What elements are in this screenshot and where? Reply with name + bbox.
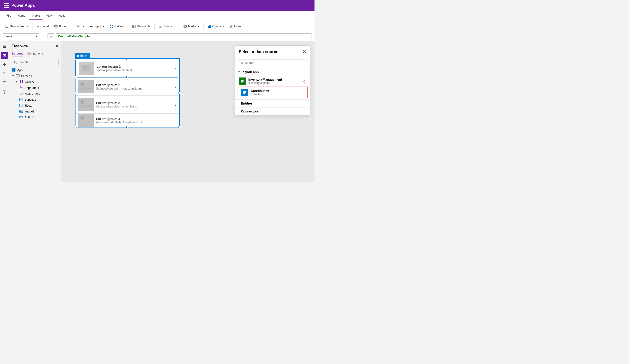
svg-rect-7 (112, 25, 113, 26)
main-content: Tree view ✕ Screens Components App (0, 41, 314, 182)
svg-point-58 (81, 82, 84, 86)
menu-file[interactable]: File (4, 12, 14, 19)
apps-icon[interactable] (4, 3, 9, 8)
svg-rect-59 (78, 98, 94, 111)
gallery-button[interactable]: Gallery ▾ (107, 23, 129, 29)
tree-item-title1[interactable]: Title1 (9, 102, 61, 108)
gallery-item-0[interactable]: Lorem ipsum 1 Lorem ipsum dolor sit amet… (75, 59, 179, 78)
svg-point-32 (14, 61, 16, 63)
tree-item-button1[interactable]: Button1 (9, 114, 61, 120)
menu-home[interactable]: Home (15, 12, 28, 19)
treeview-tabs: Screens Components (9, 50, 61, 57)
handle-mr[interactable] (178, 92, 180, 94)
tree-item-separator1[interactable]: Separator1 (9, 85, 61, 91)
gallery-button-label: Button (75, 53, 90, 58)
tree-item-gallery1[interactable]: ▼ Gallery1 ··· (9, 79, 61, 85)
svg-rect-67 (241, 81, 244, 82)
handle-bm[interactable] (127, 126, 128, 128)
inner-handle-bl[interactable] (75, 76, 77, 78)
tree-item-nextarrow1[interactable]: NextArrow1 (9, 91, 61, 96)
toolbar-sep-4 (179, 23, 179, 29)
sidebar-nav-layers[interactable] (1, 52, 8, 59)
sidebar-nav-settings[interactable] (1, 88, 8, 95)
menu-insert[interactable]: Insert (29, 12, 42, 19)
connectors-header[interactable]: › Connectors ··· (235, 107, 310, 115)
button-button[interactable]: Button (52, 23, 70, 29)
entities-header[interactable]: › Entities ··· (235, 99, 310, 107)
svg-rect-34 (12, 68, 14, 70)
svg-rect-6 (110, 25, 111, 26)
svg-point-31 (4, 91, 5, 92)
datasource-item-warehouses[interactable]: warehouses Collection (237, 87, 308, 98)
data-table-button[interactable]: Data table (130, 23, 153, 29)
input-button[interactable]: Input ▾ (88, 23, 106, 29)
handle-bl[interactable] (75, 126, 76, 128)
gallery-img-1 (78, 80, 94, 93)
inner-handle-br[interactable] (178, 76, 180, 78)
datasource-in-your-app: ▾ In your app InventoryManagement Invent… (235, 68, 310, 99)
sidebar-nav-hamburger[interactable] (1, 43, 8, 50)
gallery-item-3[interactable]: Lorem ipsum 4 Vestibulum dui felis, frin… (75, 113, 179, 127)
formula-fx-button[interactable]: fx (47, 33, 54, 39)
gallery-item-2[interactable]: Lorem ipsum 3 Ut pharetra a dolor ac veh… (75, 95, 179, 113)
datasource-search-input[interactable] (245, 61, 305, 65)
menu-action[interactable]: Action (56, 12, 70, 19)
new-screen-button[interactable]: New screen ▾ (3, 23, 31, 29)
treeview-panel: Tree view ✕ Screens Components App (9, 41, 61, 182)
connectors-more-icon[interactable]: ··· (304, 109, 307, 113)
screen-icon (16, 74, 20, 78)
text-button[interactable]: Text ▾ (74, 23, 87, 29)
handle-ml[interactable] (75, 92, 76, 94)
treeview-search-box[interactable] (12, 59, 59, 65)
nextarrow-icon (19, 91, 23, 96)
tree-item-screen1[interactable]: ▼ Screen1 (9, 73, 61, 79)
button-icon-tb (54, 24, 58, 28)
icons-icon (229, 24, 233, 28)
tree-item-app[interactable]: App (9, 67, 61, 73)
svg-rect-50 (19, 104, 23, 107)
entities-label: Entities (241, 101, 253, 105)
inner-handle-tm[interactable] (127, 58, 128, 60)
sidebar-nav-media[interactable] (1, 79, 8, 86)
toolbar-sep-2 (72, 23, 72, 29)
tree-item-subtitle1[interactable]: Subtitle1 (9, 96, 61, 102)
gallery-arrow-1: › (175, 84, 176, 89)
datasource-close-icon[interactable]: ✕ (303, 49, 306, 54)
gallery-icon-tb (110, 24, 113, 28)
property-selector[interactable]: Items ▾ (3, 33, 39, 39)
inner-handle-bm[interactable] (127, 76, 128, 78)
formula-input[interactable] (56, 33, 312, 39)
sidebar-nav-datasource[interactable] (1, 70, 8, 77)
svg-rect-38 (16, 75, 19, 77)
treeview-close-icon[interactable]: ✕ (55, 44, 59, 49)
svg-rect-55 (82, 65, 91, 72)
tree-item-image1[interactable]: Image1 (9, 108, 61, 114)
charts-button[interactable]: Charts ▾ (205, 23, 226, 29)
gallery-img-3 (78, 114, 94, 127)
treeview-title: Tree view (12, 44, 28, 48)
svg-rect-70 (243, 91, 246, 92)
subtitle-icon (19, 97, 23, 101)
datasource-search-box[interactable] (238, 60, 307, 66)
gallery-arrow-0: › (175, 66, 176, 71)
forms-button[interactable]: Forms ▾ (157, 23, 177, 29)
inner-handle-tl[interactable] (75, 58, 77, 60)
menu-view[interactable]: View (43, 12, 55, 19)
media-button[interactable]: Media ▾ (181, 23, 201, 29)
new-screen-icon (5, 24, 9, 28)
tab-components[interactable]: Components (27, 50, 44, 57)
treeview-search-input[interactable] (18, 60, 57, 64)
inner-handle-tr[interactable] (178, 58, 180, 60)
tab-screens[interactable]: Screens (12, 50, 23, 57)
canvas-area[interactable]: Button Lorem ipsum 1 (61, 41, 314, 182)
canvas-gallery[interactable]: Lorem ipsum 1 Lorem ipsum dolor sit amet… (75, 58, 180, 127)
datasource-item-inventory[interactable]: InventoryManagement InventoryManager ◇ (235, 76, 310, 87)
icons-button[interactable]: Icons (227, 23, 244, 29)
gallery-item-1[interactable]: Lorem ipsum 2 Suspendisse enim metus, ti… (75, 78, 179, 95)
label-button[interactable]: A Label (34, 23, 51, 29)
handle-br[interactable] (178, 126, 180, 128)
sidebar-nav-add[interactable] (1, 61, 8, 68)
in-your-app-header[interactable]: ▾ In your app (235, 68, 310, 76)
gallery1-more-icon[interactable]: ··· (56, 80, 59, 84)
entities-more-icon[interactable]: ··· (304, 101, 307, 105)
